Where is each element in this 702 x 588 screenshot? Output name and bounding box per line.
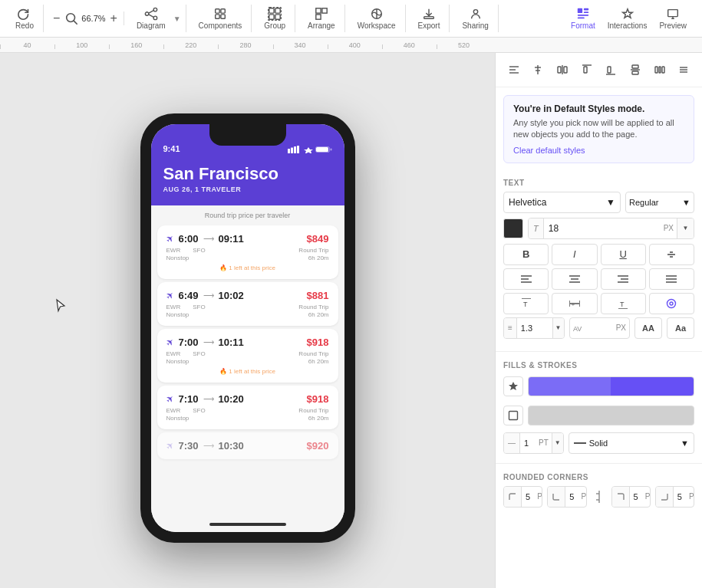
right-panel: You're in Default Styles mode. Any style… <box>495 53 702 588</box>
column-btn[interactable] <box>649 59 671 80</box>
zoom-out-button[interactable]: − <box>51 11 61 25</box>
text-settings-button[interactable] <box>649 293 694 314</box>
preview-tab[interactable]: Preview <box>654 5 691 32</box>
flight-dep: 7:30 <box>179 440 199 452</box>
align-center-button[interactable] <box>552 268 597 290</box>
svg-rect-14 <box>275 15 280 19</box>
flight-card[interactable]: ✈ 7:30 ⟶ 10:30 $920 <box>157 432 338 459</box>
redo-label: Redo <box>15 21 34 30</box>
align-row <box>503 268 694 290</box>
align-center-panel-btn[interactable] <box>527 59 549 80</box>
svg-text:AV: AV <box>573 325 582 333</box>
flight-times: ✈ 6:49 ⟶ 10:02 <box>166 290 307 301</box>
align-bottom-btn[interactable] <box>600 59 621 80</box>
line-height-input[interactable]: ≡ 1.3 ▼ <box>503 317 565 339</box>
fill-icon-button[interactable] <box>503 376 523 396</box>
corner-br-input[interactable]: 5 PX <box>655 486 694 508</box>
flight-card[interactable]: ✈ 7:00 ⟶ 10:11 $918 EWR SFO <box>157 329 338 383</box>
arrange-button[interactable]: Arrange <box>303 5 340 32</box>
more-btn[interactable] <box>673 59 694 80</box>
fill-row <box>503 374 694 399</box>
group-button[interactable]: Group <box>259 5 290 32</box>
text-bottom-button[interactable]: T <box>601 293 646 314</box>
font-row: Helvetica ▼ Regular ▼ <box>503 192 694 213</box>
flight-note: 🔥 1 left at this price <box>166 368 329 375</box>
svg-point-22 <box>473 10 477 14</box>
corner-bl-input[interactable]: 5 PX <box>547 486 586 508</box>
corner-tl-input[interactable]: 5 PX <box>503 486 542 508</box>
align-left-panel-btn[interactable] <box>503 59 525 80</box>
svg-point-83 <box>667 299 676 307</box>
export-button[interactable]: Export <box>414 5 445 32</box>
align-right-button[interactable] <box>601 268 646 290</box>
workspace-button[interactable]: Workspace <box>353 5 400 32</box>
format-tab[interactable]: Format <box>566 5 600 32</box>
stroke-width-unit: PT <box>536 439 552 447</box>
font-family-select[interactable]: Helvetica ▼ <box>503 192 621 213</box>
corners-grid-right: 5 PX 5 PX <box>611 486 695 508</box>
format-row: B I U <box>503 244 694 265</box>
corner-tr-input[interactable]: 5 PX <box>611 486 651 508</box>
align-top-btn[interactable] <box>576 59 598 80</box>
strikethrough-button[interactable] <box>649 244 694 265</box>
text-top-button[interactable]: T <box>503 293 549 314</box>
zoom-icon <box>64 11 78 25</box>
svg-line-5 <box>149 11 153 13</box>
flight-card[interactable]: ✈ 6:49 ⟶ 10:02 $881 EWR SFO <box>157 282 338 326</box>
flight-details: EWR SFO Round Trip <box>166 304 329 310</box>
corner-link-button[interactable] <box>592 489 607 504</box>
line-height-value: 1.3 <box>517 324 552 333</box>
distribute-h-btn[interactable] <box>552 59 573 80</box>
redo-button[interactable]: Redo <box>11 5 38 32</box>
letter-spacing-icon: AV <box>573 324 584 333</box>
text-color-swatch[interactable] <box>503 218 523 238</box>
stroke-icon-button[interactable] <box>503 406 523 425</box>
font-size-dropdown[interactable]: ▼ <box>677 218 694 238</box>
sharing-button[interactable]: Sharing <box>457 5 493 32</box>
components-label: Components <box>199 21 242 30</box>
distribute-v-btn[interactable] <box>625 59 646 80</box>
spacing-row: ≡ 1.3 ▼ AV PX AA Aa <box>503 317 694 339</box>
bold-button[interactable]: B <box>503 244 549 265</box>
flight-to: SFO <box>193 304 205 310</box>
corner-br-icon <box>656 487 674 507</box>
italic-button[interactable]: I <box>552 244 597 265</box>
ruler-tick: 400 <box>328 41 382 49</box>
aa-lowercase-button[interactable]: Aa <box>667 317 694 339</box>
aa-uppercase-button[interactable]: AA <box>634 317 662 339</box>
flight-trip-type: Round Trip <box>298 350 328 357</box>
diagram-dropdown[interactable]: ▼ <box>173 15 181 23</box>
diagram-label: Diagram <box>137 21 166 30</box>
stroke-width-input[interactable]: — 1 PT ▼ <box>503 432 564 454</box>
fill-color-bar[interactable] <box>528 376 694 396</box>
underline-button[interactable]: U <box>601 244 646 265</box>
corner-br-unit: PX <box>686 492 694 501</box>
stroke-style-select[interactable]: Solid ▼ <box>569 432 694 454</box>
line-height-dropdown[interactable]: ▼ <box>552 318 564 338</box>
components-button[interactable]: Components <box>194 5 247 32</box>
clear-default-styles-link[interactable]: Clear default styles <box>513 146 684 155</box>
flight-dep: 6:00 <box>179 233 199 245</box>
flight-card[interactable]: ✈ 7:10 ⟶ 10:20 $918 EWR SFO <box>157 386 338 429</box>
font-size-input[interactable]: T 18 PX ▼ <box>528 218 694 239</box>
canvas[interactable]: 9:41 San Francisco AUG 26, 1 TRAVELER <box>0 53 495 588</box>
svg-rect-8 <box>221 9 225 13</box>
zoom-in-button[interactable]: + <box>109 11 119 25</box>
align-left-button[interactable] <box>503 268 549 290</box>
corner-tl-icon <box>504 487 522 507</box>
svg-rect-55 <box>659 67 661 73</box>
text-middle-button[interactable]: ÷ <box>552 293 597 314</box>
diagram-button[interactable]: Diagram <box>132 5 170 32</box>
format-label: Format <box>571 21 595 30</box>
letter-spacing-input[interactable]: AV PX <box>569 317 631 339</box>
align-justify-button[interactable] <box>649 268 694 290</box>
flight-card[interactable]: ✈ 6:00 ⟶ 09:11 $849 EWR SFO <box>157 225 338 279</box>
font-weight-select[interactable]: Regular ▼ <box>625 192 694 213</box>
interactions-tab[interactable]: Interactions <box>603 5 652 32</box>
flight-from: EWR <box>166 350 181 357</box>
stroke-width-dropdown[interactable]: ▼ <box>552 433 563 453</box>
svg-rect-23 <box>578 8 582 13</box>
stroke-color-bar[interactable] <box>528 406 694 425</box>
flight-arrow: ⟶ <box>203 235 214 243</box>
svg-text:T: T <box>620 301 625 308</box>
